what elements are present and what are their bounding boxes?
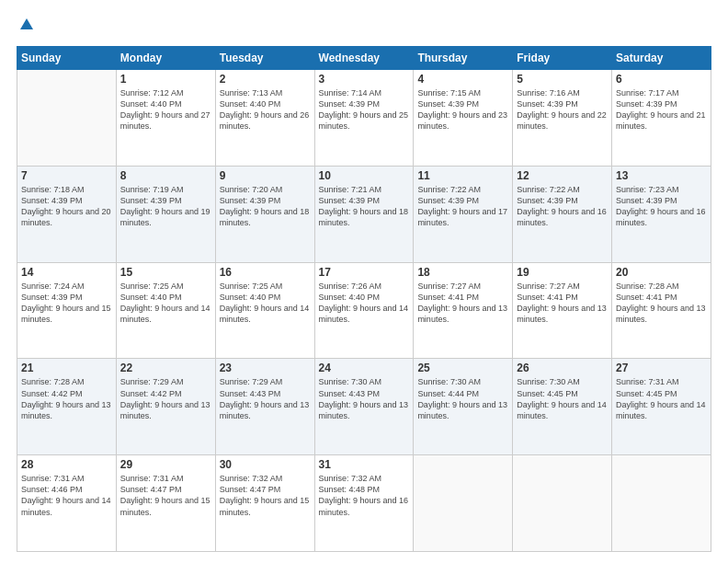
calendar-cell <box>414 455 513 552</box>
day-info: Sunrise: 7:23 AMSunset: 4:39 PMDaylight:… <box>616 184 707 229</box>
day-info: Sunrise: 7:30 AMSunset: 4:44 PMDaylight:… <box>417 376 508 421</box>
day-number: 12 <box>517 169 608 182</box>
day-number: 3 <box>319 73 410 86</box>
day-number: 2 <box>220 73 311 86</box>
day-number: 5 <box>517 73 608 86</box>
day-number: 25 <box>417 362 508 374</box>
day-info: Sunrise: 7:29 AMSunset: 4:43 PMDaylight:… <box>220 376 311 421</box>
calendar-cell: 10Sunrise: 7:21 AMSunset: 4:39 PMDayligh… <box>314 166 414 262</box>
weekday-header-sunday: Sunday <box>17 47 117 70</box>
calendar-cell <box>513 455 612 552</box>
day-info: Sunrise: 7:26 AMSunset: 4:40 PMDaylight:… <box>319 281 410 326</box>
calendar-cell: 12Sunrise: 7:22 AMSunset: 4:39 PMDayligh… <box>513 166 612 262</box>
day-number: 11 <box>417 169 508 182</box>
day-info: Sunrise: 7:14 AMSunset: 4:39 PMDaylight:… <box>319 87 410 132</box>
weekday-header-tuesday: Tuesday <box>215 47 314 70</box>
day-info: Sunrise: 7:22 AMSunset: 4:39 PMDaylight:… <box>417 184 508 229</box>
day-info: Sunrise: 7:20 AMSunset: 4:39 PMDaylight:… <box>220 184 311 229</box>
calendar-cell: 31Sunrise: 7:32 AMSunset: 4:48 PMDayligh… <box>314 455 414 552</box>
calendar-cell: 16Sunrise: 7:25 AMSunset: 4:40 PMDayligh… <box>215 262 314 359</box>
calendar-cell: 11Sunrise: 7:22 AMSunset: 4:39 PMDayligh… <box>414 166 513 262</box>
day-number: 26 <box>517 362 608 374</box>
day-info: Sunrise: 7:21 AMSunset: 4:39 PMDaylight:… <box>319 184 410 229</box>
calendar-cell: 25Sunrise: 7:30 AMSunset: 4:44 PMDayligh… <box>414 359 513 455</box>
calendar-cell: 27Sunrise: 7:31 AMSunset: 4:45 PMDayligh… <box>612 359 711 455</box>
day-number: 22 <box>120 362 211 374</box>
calendar-cell: 19Sunrise: 7:27 AMSunset: 4:41 PMDayligh… <box>513 262 612 359</box>
calendar-cell: 29Sunrise: 7:31 AMSunset: 4:47 PMDayligh… <box>116 455 215 552</box>
header <box>17 17 711 37</box>
day-info: Sunrise: 7:24 AMSunset: 4:39 PMDaylight:… <box>21 281 112 326</box>
day-number: 29 <box>120 458 211 471</box>
calendar-cell: 7Sunrise: 7:18 AMSunset: 4:39 PMDaylight… <box>17 166 117 262</box>
calendar-cell: 28Sunrise: 7:31 AMSunset: 4:46 PMDayligh… <box>17 455 117 552</box>
calendar-page: SundayMondayTuesdayWednesdayThursdayFrid… <box>0 0 728 563</box>
day-number: 10 <box>319 169 410 182</box>
day-info: Sunrise: 7:25 AMSunset: 4:40 PMDaylight:… <box>120 281 211 326</box>
day-number: 27 <box>616 362 707 374</box>
day-info: Sunrise: 7:27 AMSunset: 4:41 PMDaylight:… <box>517 281 608 326</box>
calendar-week-row: 1Sunrise: 7:12 AMSunset: 4:40 PMDaylight… <box>17 70 711 167</box>
day-info: Sunrise: 7:17 AMSunset: 4:39 PMDaylight:… <box>616 87 707 132</box>
day-info: Sunrise: 7:30 AMSunset: 4:43 PMDaylight:… <box>319 376 410 421</box>
calendar-cell: 4Sunrise: 7:15 AMSunset: 4:39 PMDaylight… <box>414 70 513 167</box>
calendar-cell: 30Sunrise: 7:32 AMSunset: 4:47 PMDayligh… <box>215 455 314 552</box>
day-number: 16 <box>220 266 311 279</box>
day-number: 6 <box>616 73 707 86</box>
calendar-cell <box>612 455 711 552</box>
calendar-cell: 26Sunrise: 7:30 AMSunset: 4:45 PMDayligh… <box>513 359 612 455</box>
calendar-week-row: 7Sunrise: 7:18 AMSunset: 4:39 PMDaylight… <box>17 166 711 262</box>
calendar-week-row: 21Sunrise: 7:28 AMSunset: 4:42 PMDayligh… <box>17 359 711 455</box>
calendar-cell: 3Sunrise: 7:14 AMSunset: 4:39 PMDaylight… <box>314 70 414 167</box>
day-number: 4 <box>417 73 508 86</box>
logo <box>17 17 35 37</box>
day-number: 23 <box>220 362 311 374</box>
day-info: Sunrise: 7:13 AMSunset: 4:40 PMDaylight:… <box>220 87 311 132</box>
day-info: Sunrise: 7:31 AMSunset: 4:46 PMDaylight:… <box>21 473 112 518</box>
day-info: Sunrise: 7:22 AMSunset: 4:39 PMDaylight:… <box>517 184 608 229</box>
day-number: 9 <box>220 169 311 182</box>
calendar-cell: 5Sunrise: 7:16 AMSunset: 4:39 PMDaylight… <box>513 70 612 167</box>
day-info: Sunrise: 7:28 AMSunset: 4:42 PMDaylight:… <box>21 376 112 421</box>
calendar-cell: 14Sunrise: 7:24 AMSunset: 4:39 PMDayligh… <box>17 262 117 359</box>
day-number: 17 <box>319 266 410 279</box>
day-info: Sunrise: 7:31 AMSunset: 4:45 PMDaylight:… <box>616 376 707 421</box>
day-number: 13 <box>616 169 707 182</box>
day-info: Sunrise: 7:31 AMSunset: 4:47 PMDaylight:… <box>120 473 211 518</box>
day-info: Sunrise: 7:15 AMSunset: 4:39 PMDaylight:… <box>417 87 508 132</box>
calendar-cell: 18Sunrise: 7:27 AMSunset: 4:41 PMDayligh… <box>414 262 513 359</box>
svg-marker-0 <box>20 18 33 29</box>
calendar-cell: 15Sunrise: 7:25 AMSunset: 4:40 PMDayligh… <box>116 262 215 359</box>
day-info: Sunrise: 7:28 AMSunset: 4:41 PMDaylight:… <box>616 281 707 326</box>
weekday-header-thursday: Thursday <box>414 47 513 70</box>
calendar-cell <box>17 70 117 167</box>
day-number: 8 <box>120 169 211 182</box>
weekday-header-monday: Monday <box>116 47 215 70</box>
day-info: Sunrise: 7:29 AMSunset: 4:42 PMDaylight:… <box>120 376 211 421</box>
day-info: Sunrise: 7:12 AMSunset: 4:40 PMDaylight:… <box>120 87 211 132</box>
weekday-header-saturday: Saturday <box>612 47 711 70</box>
day-number: 1 <box>120 73 211 86</box>
calendar-cell: 9Sunrise: 7:20 AMSunset: 4:39 PMDaylight… <box>215 166 314 262</box>
day-info: Sunrise: 7:18 AMSunset: 4:39 PMDaylight:… <box>21 184 112 229</box>
day-number: 20 <box>616 266 707 279</box>
calendar-cell: 24Sunrise: 7:30 AMSunset: 4:43 PMDayligh… <box>314 359 414 455</box>
day-info: Sunrise: 7:32 AMSunset: 4:47 PMDaylight:… <box>220 473 311 518</box>
calendar-cell: 6Sunrise: 7:17 AMSunset: 4:39 PMDaylight… <box>612 70 711 167</box>
calendar-cell: 22Sunrise: 7:29 AMSunset: 4:42 PMDayligh… <box>116 359 215 455</box>
day-info: Sunrise: 7:19 AMSunset: 4:39 PMDaylight:… <box>120 184 211 229</box>
calendar-cell: 8Sunrise: 7:19 AMSunset: 4:39 PMDaylight… <box>116 166 215 262</box>
weekday-header-wednesday: Wednesday <box>314 47 414 70</box>
day-info: Sunrise: 7:27 AMSunset: 4:41 PMDaylight:… <box>417 281 508 326</box>
calendar-week-row: 14Sunrise: 7:24 AMSunset: 4:39 PMDayligh… <box>17 262 711 359</box>
calendar-cell: 20Sunrise: 7:28 AMSunset: 4:41 PMDayligh… <box>612 262 711 359</box>
day-number: 19 <box>517 266 608 279</box>
calendar-cell: 17Sunrise: 7:26 AMSunset: 4:40 PMDayligh… <box>314 262 414 359</box>
calendar-cell: 21Sunrise: 7:28 AMSunset: 4:42 PMDayligh… <box>17 359 117 455</box>
day-number: 30 <box>220 458 311 471</box>
day-number: 28 <box>21 458 112 471</box>
day-info: Sunrise: 7:30 AMSunset: 4:45 PMDaylight:… <box>517 376 608 421</box>
calendar-table: SundayMondayTuesdayWednesdayThursdayFrid… <box>17 46 711 552</box>
calendar-week-row: 28Sunrise: 7:31 AMSunset: 4:46 PMDayligh… <box>17 455 711 552</box>
calendar-cell: 2Sunrise: 7:13 AMSunset: 4:40 PMDaylight… <box>215 70 314 167</box>
